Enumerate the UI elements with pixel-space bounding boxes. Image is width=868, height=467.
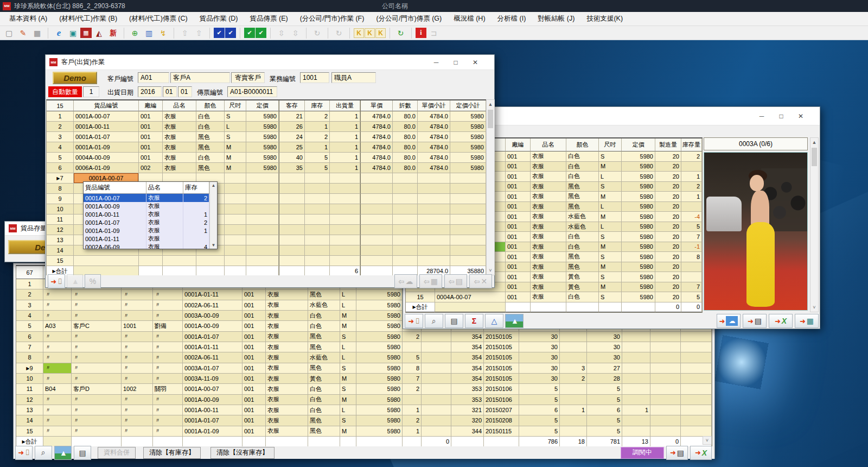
toolbar-icon[interactable]: K	[354, 28, 364, 38]
stock-scrollbar[interactable]: ▲ ˅	[810, 137, 819, 312]
auto-qty-field[interactable]: 1	[83, 86, 99, 97]
voucher-field[interactable]: A01-B0000011	[227, 86, 277, 97]
prism-icon[interactable]: △	[485, 314, 503, 328]
toolbar-icon[interactable]: ⇧	[192, 27, 206, 39]
table-row[interactable]: 7 〃 〃 〃 〃 0001A-01-11 001 衣服 黑色 L 5980 3…	[16, 342, 712, 352]
export-excel-icon[interactable]: ➜X	[769, 314, 793, 328]
toolbar-icon[interactable]: ⊕	[128, 27, 142, 39]
list-item[interactable]: 0001A-01-11 衣服	[84, 235, 217, 243]
toolbar-icon[interactable]: ⇳	[275, 27, 288, 39]
table-row[interactable]: 13 〃 〃 〃 〃 0001A-00-11 001 衣服 白色 L 5980 …	[16, 405, 712, 415]
toolbar-icon[interactable]	[237, 28, 240, 39]
table-row[interactable]: 1 0001A-00-07 001 衣服 白色 S 5980 21 2 1 47…	[47, 111, 486, 122]
toolbar-icon[interactable]: ⊐	[427, 27, 441, 39]
image-icon[interactable]: ▲	[505, 314, 524, 328]
toolbar-icon[interactable]	[170, 28, 174, 39]
toolbar-icon[interactable]: ↻	[394, 27, 407, 39]
menu-item[interactable]: 概況檔 (H)	[448, 12, 491, 26]
scroll-up-icon[interactable]: ▲	[812, 140, 817, 145]
toolbar-icon[interactable]	[44, 28, 48, 39]
clear-with-stock-button[interactable]: 清除【有庫存】	[143, 447, 201, 459]
toolbar-icon[interactable]: ✔	[225, 28, 236, 38]
table-row[interactable]: 10 〃 〃 〃 〃 0003A-11-09 001 衣服 黃色 M 5980 …	[16, 374, 712, 384]
magnifier-icon[interactable]: ⌕	[35, 446, 52, 460]
toolbar-icon[interactable]: ↻	[310, 27, 324, 39]
maximize-button[interactable]: □	[446, 56, 465, 68]
table-row[interactable]: 6 0006A-01-09 002 衣服 黑色 M 5980 35 5 1 47…	[47, 163, 486, 173]
menu-item[interactable]: 貨品傳票 (E)	[244, 12, 294, 26]
list-item[interactable]: 0001A-00-09 衣服	[84, 202, 217, 210]
menu-item[interactable]: (分公司/門市)作業 (F)	[294, 12, 371, 26]
menu-item[interactable]: 分析檔 (I)	[492, 12, 532, 26]
toolbar-icon[interactable]: K	[375, 28, 386, 38]
export-excel-icon[interactable]: ➜X	[690, 446, 712, 460]
table-row[interactable]: 合計 0 78	[16, 437, 712, 447]
auto-qty-button[interactable]: 自動數量	[48, 86, 82, 97]
table-row[interactable]: 3 0001A-01-07 001 衣服 黑色 S 5980 24 2 1 47…	[47, 132, 486, 142]
scroll-down-button[interactable]: ˅	[703, 436, 712, 445]
toolbar-icon[interactable]: ✔	[244, 28, 255, 38]
menu-item[interactable]: (分公司/門市)傳票 (G)	[370, 12, 448, 26]
toolbar-icon[interactable]: i	[416, 28, 426, 38]
table-row[interactable]: 9 〃 〃 〃 〃 0003A-01-07 001 衣服 黑色 S 5980 8…	[16, 363, 712, 374]
scroll-down-icon[interactable]: ˅	[813, 305, 815, 310]
toolbar-icon[interactable]: 新	[106, 27, 120, 39]
export-cloud-icon[interactable]: ➜☁	[717, 314, 741, 328]
toolbar-icon[interactable]: ▢	[2, 27, 16, 39]
list-item[interactable]: 0001A-00-07 衣服 2	[84, 194, 217, 202]
maximize-button[interactable]: □	[771, 110, 791, 122]
table-row[interactable]: 6 〃 〃 〃 〃 0001A-01-07 001 衣服 黑色 S 5980 2…	[16, 332, 712, 342]
toolbar-icon[interactable]: ▦	[80, 28, 92, 38]
toolbar-icon[interactable]: ↯	[156, 27, 170, 39]
table-row[interactable]: 4 0001A-01-09 001 衣服 黑色 M 5980 25 1 1 47…	[47, 142, 486, 153]
export-calculator-icon[interactable]: ➜▦	[795, 314, 819, 328]
clear-without-stock-button[interactable]: 清除【沒有庫存】	[210, 447, 275, 459]
toolbar-icon[interactable]	[408, 28, 412, 39]
scroll-up-icon[interactable]: ▲	[488, 102, 493, 107]
toolbar-icon[interactable]	[386, 28, 390, 39]
toolbar-icon[interactable]: ◭	[92, 27, 106, 39]
image-icon[interactable]: ▲	[54, 446, 72, 460]
menu-item[interactable]: 貨品作業 (D)	[194, 12, 244, 26]
toolbar-icon[interactable]: ▦	[30, 27, 44, 39]
list-item[interactable]: 0002A-06-09 衣服 4	[84, 243, 217, 249]
scroll-down-icon[interactable]: ˅	[489, 268, 492, 273]
table-row[interactable]: 8 〃 〃 〃 〃 0002A-06-11 001 衣服 水藍色 L 5980 …	[16, 352, 712, 363]
list-item[interactable]: 0001A-01-09 衣服 1	[84, 226, 217, 235]
toolbar-icon[interactable]	[324, 28, 328, 39]
table-row[interactable]: 15 0004A-00-07 001 衣服 白色 S 5980 20 5	[406, 292, 702, 302]
toolbar-icon[interactable]: ▣	[66, 27, 80, 39]
table-row[interactable]: 11 B04 客戶D 1002 關羽 0001A-00-07 001 衣服 白色…	[16, 384, 712, 394]
toolbar-icon[interactable]	[120, 28, 124, 39]
toolbar-icon[interactable]: ↻	[332, 27, 346, 39]
toolbar-icon[interactable]: ⇳	[289, 27, 302, 39]
staff-no-field[interactable]: 1001	[300, 72, 329, 83]
staff-name-field[interactable]: 職員A	[331, 72, 376, 83]
dialog-scrollbar[interactable]: ▲ ˅	[486, 99, 495, 275]
table-row[interactable]: 5 0004A-00-09 001 衣服 白色 M 5980 40 5 1 47…	[47, 153, 486, 163]
filmstrip-icon[interactable]: ▤	[445, 314, 463, 328]
list-item[interactable]: 0001A-00-11 衣服 1	[84, 210, 217, 218]
export-notepad-icon[interactable]: ➜▤	[666, 446, 688, 460]
toolbar-icon[interactable]: ▥	[142, 27, 156, 39]
toolbar-icon[interactable]: ✔	[256, 28, 266, 38]
minimize-button[interactable]: ─	[426, 56, 446, 68]
toolbar-icon[interactable]	[346, 28, 350, 39]
table-row[interactable]: 14 〃 〃 〃 〃 0001A-01-07 001 衣服 黑色 S 5980 …	[16, 415, 712, 426]
toolbar-icon[interactable]	[303, 28, 307, 39]
exit-icon[interactable]: ➜⌷	[15, 446, 33, 460]
menu-item[interactable]: (材料/代工)傳票 (C)	[123, 12, 194, 26]
list-item[interactable]: 0001A-01-07 衣服 2	[84, 218, 217, 226]
close-button[interactable]: ✕	[791, 110, 810, 122]
toolbar-icon[interactable]	[206, 28, 210, 39]
toolbar-icon[interactable]	[267, 28, 271, 39]
exit-icon[interactable]: ➜⌷	[48, 274, 65, 288]
customer-no-field[interactable]: A01	[138, 72, 169, 83]
sum-icon[interactable]: Σ	[465, 314, 483, 328]
ship-year-field[interactable]: 2016	[138, 86, 162, 97]
customer-name-field[interactable]: 客戶A	[170, 72, 230, 83]
table-row[interactable]: 2 0001A-00-11 001 衣服 白色 L 5980 26 1 1 47…	[47, 122, 486, 132]
toolbar-icon[interactable]: ✎	[16, 27, 30, 39]
menu-item[interactable]: (材料/代工)作業 (B)	[53, 12, 123, 26]
ship-month-field[interactable]: 01	[163, 86, 177, 97]
